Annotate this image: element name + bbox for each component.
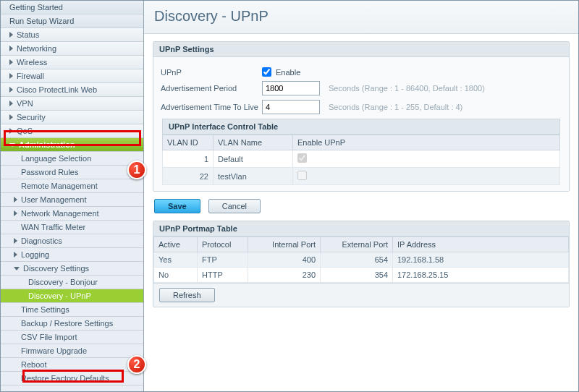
cell-internal-port: 230	[248, 268, 321, 283]
sidebar-item-firmware-upgrade[interactable]: Firmware Upgrade	[1, 344, 143, 358]
cell-protocol: FTP	[198, 252, 248, 268]
sidebar-item-discovery-upnp[interactable]: Discovery - UPnP	[1, 289, 143, 303]
sidebar-item-time-settings[interactable]: Time Settings	[1, 303, 143, 317]
cell-enable	[293, 150, 560, 168]
iface-control-table: VLAN ID VLAN Name Enable UPnP 1Default22…	[162, 135, 560, 185]
cell-vlan-name: Default	[214, 150, 293, 168]
chevron-right-icon	[9, 87, 13, 93]
chevron-right-icon	[14, 210, 17, 216]
cancel-button[interactable]: Cancel	[208, 199, 261, 213]
chevron-right-icon	[9, 46, 13, 51]
sidebar-label: Wireless	[17, 58, 47, 67]
sidebar-getting-started[interactable]: Getting Started	[1, 1, 143, 14]
upnp-settings-heading: UPnP Settings	[153, 42, 569, 57]
sidebar-item-label: Restore Factory Defaults	[21, 374, 109, 383]
cell-ip: 192.168.1.58	[393, 252, 569, 268]
sidebar-item-label: Backup / Restore Settings	[21, 319, 113, 328]
sidebar-item-label: User Management	[21, 195, 87, 204]
enable-upnp-checkbox[interactable]	[297, 171, 307, 180]
sidebar-label: Status	[17, 30, 39, 39]
sidebar-networking[interactable]: Networking	[1, 42, 143, 56]
iface-table-heading: UPnP Interface Control Table	[162, 119, 560, 135]
sidebar-item-label: Remote Management	[21, 182, 98, 190]
refresh-button[interactable]: Refresh	[159, 288, 215, 302]
chevron-right-icon	[9, 101, 13, 106]
sidebar-security[interactable]: Security	[1, 111, 143, 124]
cell-internal-port: 400	[248, 252, 321, 268]
sidebar-item-logging[interactable]: Logging	[1, 248, 143, 262]
sidebar-item-password-rules[interactable]: Password Rules	[1, 166, 143, 179]
enable-upnp-checkbox[interactable]	[297, 153, 307, 163]
sidebar-status[interactable]: Status	[1, 28, 143, 42]
col-internal-port: Internal Port	[248, 237, 321, 252]
col-enable-upnp: Enable UPnP	[293, 135, 560, 150]
chevron-right-icon	[14, 197, 17, 203]
sidebar-item-discovery-settings[interactable]: Discovery Settings	[1, 262, 143, 276]
sidebar-vpn[interactable]: VPN	[1, 97, 143, 111]
sidebar-item-network-management[interactable]: Network Management	[1, 207, 143, 221]
sidebar-firewall[interactable]: Firewall	[1, 69, 143, 83]
adv-ttl-hint: Seconds (Range : 1 - 255, Default : 4)	[329, 103, 462, 111]
sidebar-cisco-protectlink-web[interactable]: Cisco ProtectLink Web	[1, 83, 143, 97]
chevron-right-icon	[9, 114, 13, 120]
sidebar-item-reboot[interactable]: Reboot	[1, 358, 143, 372]
sidebar-qos[interactable]: QoS	[1, 124, 143, 138]
chevron-down-icon	[14, 267, 20, 270]
adv-ttl-input[interactable]	[262, 100, 320, 114]
cell-vlan-name: testVlan	[214, 168, 293, 185]
chevron-right-icon	[9, 59, 13, 65]
portmap-table: Active Protocol Internal Port External P…	[153, 237, 569, 283]
sidebar-item-backup-restore-settings[interactable]: Backup / Restore Settings	[1, 317, 143, 331]
col-external-port: External Port	[321, 237, 393, 252]
sidebar-item-wan-traffic-meter[interactable]: WAN Traffic Meter	[1, 221, 143, 234]
portmap-panel: UPnP Portmap Table Active Protocol Inter…	[153, 221, 570, 307]
sidebar-label: Security	[17, 113, 46, 122]
adv-period-input[interactable]	[262, 81, 320, 95]
sidebar-item-csv-file-import[interactable]: CSV File Import	[1, 331, 143, 344]
cell-enable	[293, 168, 560, 185]
content: Discovery - UPnP UPnP Settings UPnP Enab…	[144, 1, 578, 391]
sidebar-item-language-selection[interactable]: Language Selection	[1, 152, 143, 166]
sidebar-item-label: Network Management	[21, 209, 99, 218]
sidebar-label: VPN	[17, 99, 33, 108]
sidebar-item-label: CSV File Import	[21, 333, 77, 341]
col-vlan-name: VLAN Name	[214, 135, 293, 150]
sidebar-item-diagnostics[interactable]: Diagnostics	[1, 234, 143, 248]
sidebar-administration[interactable]: Administration	[1, 138, 143, 152]
sidebar-item-user-management[interactable]: User Management	[1, 193, 143, 207]
chevron-right-icon	[9, 73, 13, 79]
sidebar-item-label: Discovery Settings	[23, 264, 89, 273]
sidebar-item-remote-management[interactable]: Remote Management	[1, 179, 143, 193]
cell-vlan-id: 1	[163, 150, 214, 168]
sidebar-label: Firewall	[17, 72, 44, 80]
sidebar-item-label: Password Rules	[21, 168, 78, 176]
cell-protocol: HTTP	[198, 268, 248, 283]
table-row: 22testVlan	[163, 168, 560, 185]
sidebar-item-restore-factory-defaults[interactable]: Restore Factory Defaults	[1, 372, 143, 385]
sidebar-item-label: Language Selection	[21, 154, 91, 163]
page-title: Discovery - UPnP	[144, 1, 578, 34]
sidebar: Getting Started Run Setup Wizard Status …	[1, 1, 144, 391]
portmap-heading: UPnP Portmap Table	[153, 221, 569, 237]
upnp-settings-panel: UPnP Settings UPnP Enable Advertisement …	[153, 41, 570, 192]
cell-external-port: 654	[321, 252, 393, 268]
cell-active: Yes	[154, 252, 198, 268]
enable-label: Enable	[276, 68, 300, 77]
table-row: NoHTTP230354172.168.25.15	[154, 268, 569, 283]
col-ip-address: IP Address	[393, 237, 569, 252]
sidebar-item-label: Discovery - Bonjour	[28, 278, 98, 286]
sidebar-item-discovery-bonjour[interactable]: Discovery - Bonjour	[1, 276, 143, 289]
sidebar-label: Administration	[19, 140, 75, 149]
cell-active: No	[154, 268, 198, 283]
col-vlan-id: VLAN ID	[163, 135, 214, 150]
chevron-right-icon	[9, 32, 13, 38]
chevron-down-icon	[9, 143, 15, 147]
cell-external-port: 354	[321, 268, 393, 283]
col-active: Active	[154, 237, 198, 252]
sidebar-run-setup-wizard[interactable]: Run Setup Wizard	[1, 14, 143, 28]
upnp-enable-checkbox[interactable]	[262, 67, 271, 77]
upnp-label: UPnP	[161, 68, 262, 77]
sidebar-wireless[interactable]: Wireless	[1, 56, 143, 69]
col-protocol: Protocol	[198, 237, 248, 252]
save-button[interactable]: Save	[154, 199, 200, 213]
